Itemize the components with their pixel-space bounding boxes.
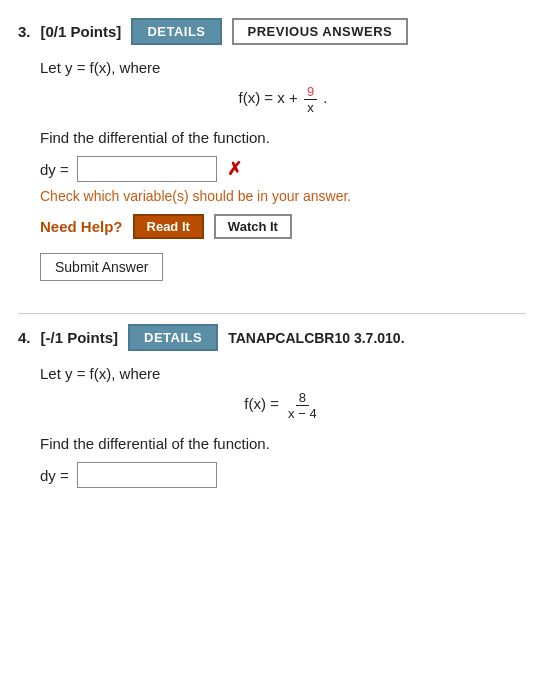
q3-fx-suffix: . xyxy=(323,89,327,106)
q3-error-icon: ✗ xyxy=(227,158,242,180)
q4-answer-input[interactable] xyxy=(77,462,217,488)
q3-formula: f(x) = x + 9 x . xyxy=(40,84,526,115)
q3-answer-input[interactable] xyxy=(77,156,217,182)
q3-answer-row: dy = ✗ xyxy=(40,156,526,182)
q4-body: Let y = f(x), where f(x) = 8 x − 4 Find … xyxy=(18,365,526,488)
q3-fraction-denominator: x xyxy=(304,100,317,115)
q4-tana-ref: TANAPCALCBR10 3.7.010. xyxy=(228,330,404,346)
section-divider xyxy=(18,313,526,314)
q3-prev-answers-button[interactable]: PREVIOUS ANSWERS xyxy=(232,18,409,45)
page-container: 3. [0/1 Points] DETAILS PREVIOUS ANSWERS… xyxy=(0,0,544,488)
q3-watch-it-button[interactable]: Watch It xyxy=(214,214,292,239)
q3-points: [0/1 Points] xyxy=(41,23,122,40)
q4-fraction-numerator: 8 xyxy=(296,390,309,406)
q3-fraction: 9 x xyxy=(304,84,317,115)
q3-number: 3. xyxy=(18,23,31,40)
q3-need-help-row: Need Help? Read It Watch It xyxy=(40,214,526,239)
question-4-block: 4. [-/1 Points] DETAILS TANAPCALCBR10 3.… xyxy=(18,324,526,488)
q4-formula: f(x) = 8 x − 4 xyxy=(40,390,526,421)
q3-body: Let y = f(x), where f(x) = x + 9 x . Fin… xyxy=(18,59,526,291)
question-3-block: 3. [0/1 Points] DETAILS PREVIOUS ANSWERS… xyxy=(18,18,526,291)
q3-need-help-label: Need Help? xyxy=(40,218,123,235)
q3-submit-button[interactable]: Submit Answer xyxy=(40,253,163,281)
q4-number: 4. xyxy=(18,329,31,346)
q4-header: 4. [-/1 Points] DETAILS TANAPCALCBR10 3.… xyxy=(18,324,526,351)
q4-intro: Let y = f(x), where xyxy=(40,365,526,382)
q3-read-it-button[interactable]: Read It xyxy=(133,214,204,239)
q3-intro: Let y = f(x), where xyxy=(40,59,526,76)
q3-fx-prefix: f(x) = x + xyxy=(239,89,302,106)
q4-points: [-/1 Points] xyxy=(41,329,119,346)
q4-fraction-denominator: x − 4 xyxy=(285,406,320,421)
q3-header: 3. [0/1 Points] DETAILS PREVIOUS ANSWERS xyxy=(18,18,526,45)
q3-fraction-numerator: 9 xyxy=(304,84,317,100)
q4-fx-prefix: f(x) = xyxy=(244,395,283,412)
q4-details-button[interactable]: DETAILS xyxy=(128,324,218,351)
q4-dy-label: dy = xyxy=(40,467,69,484)
q4-fraction: 8 x − 4 xyxy=(285,390,320,421)
q4-find-text: Find the differential of the function. xyxy=(40,435,526,452)
q4-answer-row: dy = xyxy=(40,462,526,488)
q3-dy-label: dy = xyxy=(40,161,69,178)
q3-details-button[interactable]: DETAILS xyxy=(131,18,221,45)
q3-find-text: Find the differential of the function. xyxy=(40,129,526,146)
q3-check-message: Check which variable(s) should be in you… xyxy=(40,188,526,204)
